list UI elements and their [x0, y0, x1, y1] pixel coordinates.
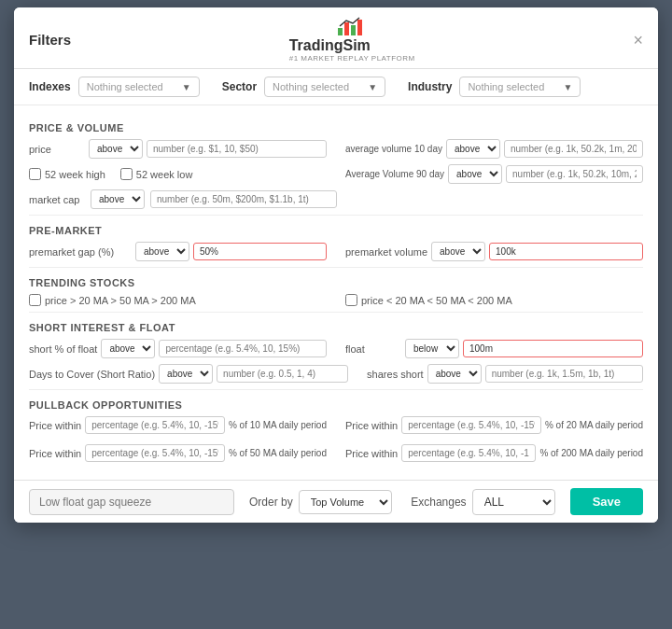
short-interest-row2: Days to Cover (Short Ratio) abovebelow s…: [29, 364, 643, 384]
pullback-200ma-input[interactable]: [401, 444, 536, 462]
trending-checkbox1[interactable]: price > 20 MA > 50 MA > 200 MA: [29, 294, 327, 306]
order-by-select[interactable]: Top Volume Top Gainers Top Losers: [299, 490, 392, 514]
float-input[interactable]: [463, 340, 643, 357]
price-select[interactable]: abovebelow: [89, 139, 143, 159]
avg-vol-90-select[interactable]: abovebelow: [448, 164, 502, 184]
svg-rect-1: [344, 22, 349, 35]
pullback-20ma-group: Price within % of 20 MA daily period: [345, 416, 643, 434]
mkt-cap-label: market cap: [29, 194, 85, 205]
pullback-title: PULLBACK OPPORTUNITIES: [29, 399, 643, 411]
short-interest-title: SHORT INTEREST & FLOAT: [29, 322, 643, 333]
week-high-checkbox-input[interactable]: [29, 168, 41, 180]
mkt-cap-row: market cap abovebelow: [29, 189, 643, 209]
premarket-gap-group: premarket gap (%) abovebelow: [29, 242, 327, 261]
close-button[interactable]: ×: [633, 32, 643, 49]
pullback-50ma-input[interactable]: [85, 444, 225, 462]
industry-select[interactable]: Nothing selected ▼: [459, 77, 581, 97]
short-float-select[interactable]: abovebelow: [101, 339, 155, 358]
short-float-label: short % of float: [29, 343, 97, 355]
indexes-select[interactable]: Nothing selected ▼: [78, 77, 200, 97]
exchanges-group: Exchanges ALL NYSE NASDAQ: [411, 489, 554, 515]
week-low-checkbox[interactable]: 52 week low: [120, 168, 193, 180]
float-select[interactable]: abovebelow: [405, 339, 459, 358]
pullback-20ma-label: Price within: [345, 420, 398, 431]
pullback-200ma-group: Price within % of 200 MA daily period: [345, 444, 643, 462]
pullback-10ma-label: Price within: [29, 420, 81, 431]
trending-title: TRENDING STOCKS: [29, 277, 643, 288]
preset-name-input[interactable]: [29, 489, 234, 515]
sector-label: Sector: [222, 80, 257, 93]
days-cover-label: Days to Cover (Short Ratio): [29, 369, 155, 380]
mkt-cap-input[interactable]: [150, 190, 337, 208]
pullback-10ma-suffix: % of 10 MA daily period: [229, 420, 327, 430]
avg-vol-10-select[interactable]: abovebelow: [446, 139, 500, 159]
days-cover-select[interactable]: abovebelow: [159, 364, 213, 384]
week-high-checkbox[interactable]: 52 week high: [29, 168, 105, 180]
industry-label: Industry: [408, 80, 452, 93]
shares-short-group: shares short abovebelow: [367, 364, 643, 384]
shares-short-select[interactable]: abovebelow: [427, 364, 482, 384]
price-label: price: [29, 144, 85, 155]
trending-checkbox2[interactable]: price < 20 MA < 50 MA < 200 MA: [345, 294, 643, 306]
pullback-50ma-suffix: % of 50 MA daily period: [229, 448, 327, 458]
modal-title: Filters: [29, 32, 71, 48]
week-low-checkbox-input[interactable]: [120, 168, 133, 180]
premarket-gap-label: premarket gap (%): [29, 246, 132, 258]
price-field-group: price abovebelow: [29, 139, 327, 159]
premarket-vol-group: premarket volume abovebelow: [345, 242, 643, 261]
shares-short-label: shares short: [367, 369, 424, 380]
premarket-gap-select[interactable]: abovebelow: [135, 242, 189, 261]
logo-brand: TradingSim: [289, 37, 371, 54]
sector-filter-group: Sector Nothing selected ▼: [222, 77, 385, 97]
save-button[interactable]: Save: [570, 488, 643, 515]
avg-vol-90-field-group: Average Volume 90 day abovebelow: [345, 164, 643, 184]
pullback-10ma-input[interactable]: [85, 416, 225, 434]
premarket-vol-select[interactable]: abovebelow: [431, 242, 485, 261]
sector-select[interactable]: Nothing selected ▼: [264, 77, 385, 97]
footer-right: Exchanges ALL NYSE NASDAQ Save: [411, 488, 643, 515]
premarket-vol-input[interactable]: [489, 243, 643, 260]
short-float-input[interactable]: [159, 340, 327, 357]
avg-vol-10-label: average volume 10 day: [345, 144, 442, 154]
pullback-20ma-suffix: % of 20 MA daily period: [545, 420, 643, 430]
week-checkboxes: 52 week high 52 week low: [29, 164, 327, 184]
avg-vol-90-input[interactable]: [506, 165, 643, 183]
premarket-vol-label: premarket volume: [345, 246, 427, 258]
float-label: float: [345, 343, 401, 355]
order-by-label: Order by: [249, 496, 293, 509]
modal-footer: Order by Top Volume Top Gainers Top Lose…: [14, 480, 658, 523]
pre-market-row: premarket gap (%) abovebelow premarket v…: [29, 242, 643, 261]
logo-sub: #1 MARKET REPLAY PLATFORM: [289, 54, 415, 63]
trending-checkbox1-input[interactable]: [29, 294, 41, 306]
exchanges-select[interactable]: ALL NYSE NASDAQ: [472, 489, 555, 515]
premarket-gap-input[interactable]: [193, 243, 327, 260]
pre-market-title: PRE-MARKET: [29, 225, 643, 236]
svg-rect-0: [338, 28, 343, 35]
pullback-50ma-label: Price within: [29, 448, 81, 459]
logo: TradingSim #1 MARKET REPLAY PLATFORM: [289, 17, 415, 63]
mkt-cap-select[interactable]: abovebelow: [91, 189, 145, 209]
pullback-50ma-group: Price within % of 50 MA daily period: [29, 444, 327, 462]
float-group: float abovebelow: [345, 339, 643, 358]
indexes-label: Indexes: [29, 80, 71, 93]
svg-rect-3: [357, 20, 362, 35]
logo-icon: [336, 17, 362, 37]
short-interest-row1: short % of float abovebelow float aboveb…: [29, 339, 643, 358]
price-input[interactable]: [147, 140, 327, 158]
pullback-20ma-input[interactable]: [401, 416, 541, 434]
days-cover-input[interactable]: [217, 365, 348, 383]
shares-short-input[interactable]: [485, 365, 643, 383]
trending-row: price > 20 MA > 50 MA > 200 MA price < 2…: [29, 294, 643, 306]
pullback-200ma-suffix: % of 200 MA daily period: [539, 448, 643, 458]
indexes-filter-group: Indexes Nothing selected ▼: [29, 77, 200, 97]
filters-modal: Filters TradingSim #1 MARKET REPLAY PLAT…: [14, 7, 658, 523]
price-volume-row2: 52 week high 52 week low Average Volume …: [29, 164, 643, 184]
modal-header: Filters TradingSim #1 MARKET REPLAY PLAT…: [14, 7, 658, 69]
avg-vol-10-input[interactable]: [504, 140, 643, 158]
trending-checkbox2-input[interactable]: [345, 294, 357, 306]
filter-bar: Indexes Nothing selected ▼ Sector Nothin…: [14, 69, 658, 105]
modal-body: PRICE & VOLUME price abovebelow average …: [14, 105, 658, 480]
short-float-group: short % of float abovebelow: [29, 339, 327, 358]
pullback-200ma-label: Price within: [345, 448, 398, 459]
days-cover-group: Days to Cover (Short Ratio) abovebelow: [29, 364, 348, 384]
